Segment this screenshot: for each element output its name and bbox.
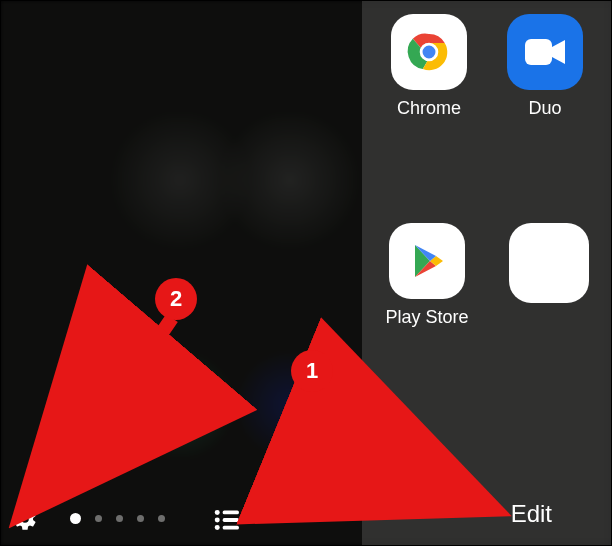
screenshot-border xyxy=(0,0,612,546)
